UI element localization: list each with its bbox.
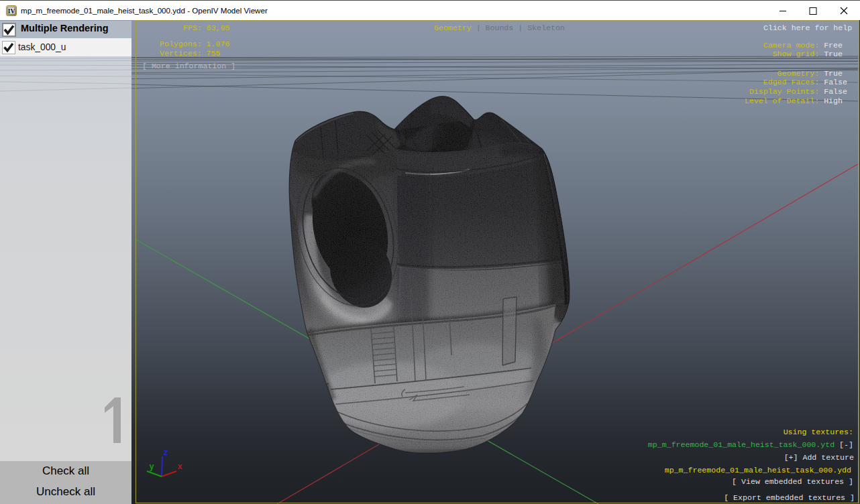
svg-text:IV: IV [8,8,15,15]
svg-text:x: x [177,462,182,472]
svg-text:y: y [149,462,154,472]
svg-text:z: z [163,448,168,458]
